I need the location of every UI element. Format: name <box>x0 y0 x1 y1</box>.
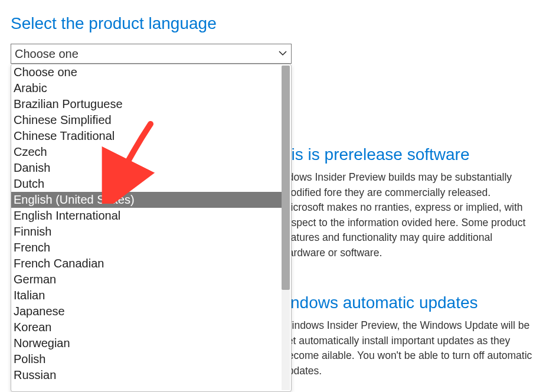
language-option[interactable]: Chinese Traditional <box>11 128 282 144</box>
language-option[interactable]: Chinese Simplified <box>11 112 282 128</box>
language-select[interactable]: Choose one <box>11 44 292 64</box>
language-option[interactable]: German <box>11 272 282 288</box>
language-option[interactable]: Polish <box>11 351 282 367</box>
language-select-value: Choose one <box>15 47 79 61</box>
language-option[interactable]: French <box>11 240 282 256</box>
dropdown-scrollbar-thumb[interactable] <box>282 66 290 290</box>
language-option[interactable]: French Canadian <box>11 256 282 272</box>
language-dropdown-panel: Choose oneArabicBrazilian PortugueseChin… <box>11 64 292 392</box>
language-option[interactable]: Arabic <box>11 80 282 96</box>
updates-body: Windows Insider Preview, the Windows Upd… <box>282 318 534 378</box>
language-option[interactable]: Choose one <box>11 64 282 80</box>
language-option[interactable]: Czech <box>11 144 282 160</box>
language-option[interactable]: Danish <box>11 160 282 176</box>
language-option[interactable]: Norwegian <box>11 335 282 351</box>
language-select-wrapper: Choose one Choose oneArabicBrazilian Por… <box>11 44 292 64</box>
prerelease-heading: his is prerelease software <box>282 145 534 164</box>
language-dropdown-list: Choose oneArabicBrazilian PortugueseChin… <box>11 64 282 391</box>
dropdown-scrollbar[interactable] <box>282 66 290 390</box>
language-option[interactable]: Japanese <box>11 303 282 319</box>
language-option[interactable]: Finnish <box>11 224 282 240</box>
right-column: his is prerelease software ndows Insider… <box>282 145 541 378</box>
language-option[interactable]: Italian <box>11 288 282 303</box>
language-option[interactable]: English International <box>11 208 282 224</box>
language-option[interactable]: English (United States) <box>11 192 282 208</box>
language-option[interactable]: Brazilian Portuguese <box>11 96 282 112</box>
chevron-down-icon <box>278 48 287 60</box>
page-heading: Select the product language <box>0 0 546 44</box>
language-option[interactable]: Russian <box>11 367 282 383</box>
updates-heading: /indows automatic updates <box>282 293 534 312</box>
prerelease-body: ndows Insider Preview builds may be subs… <box>282 170 534 260</box>
language-option[interactable]: Korean <box>11 319 282 335</box>
language-option[interactable]: Dutch <box>11 176 282 192</box>
